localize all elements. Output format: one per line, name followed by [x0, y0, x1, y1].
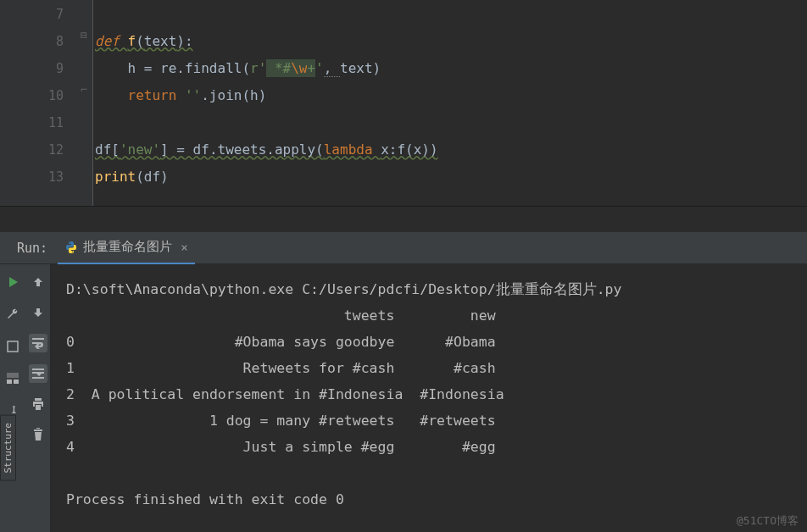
rerun-button[interactable] — [3, 273, 22, 291]
console-row: 4 Just a simple #egg #egg — [66, 434, 807, 460]
stop-button[interactable] — [3, 337, 22, 356]
console-output[interactable]: D:\soft\Anaconda\python.exe C:/Users/pdc… — [51, 264, 807, 532]
run-toolbar-right — [25, 264, 51, 532]
console-row: 3 1 dog = many #retweets #retweets — [66, 407, 807, 434]
up-arrow-icon[interactable] — [29, 273, 47, 291]
line-number-gutter: 7 8 9 10 11 12 13 — [0, 0, 81, 206]
watermark-text: @51CTO博客 — [737, 513, 799, 529]
console-row: 1 Retweets for #cash #cash — [66, 355, 807, 381]
print-icon[interactable] — [29, 395, 47, 413]
fold-column: ⊟ ⌐ — [81, 0, 93, 206]
console-exit: Process finished with exit code 0 — [66, 486, 807, 513]
svg-rect-1 — [7, 380, 12, 384]
run-tool-window-header: Run: 批量重命名图片 × — [0, 232, 807, 264]
code-editor[interactable]: 7 8 9 10 11 12 13 ⊟ ⌐ def f(text): h = r… — [0, 0, 807, 206]
layout-icon[interactable] — [3, 369, 22, 388]
console-command: D:\soft\Anaconda\python.exe C:/Users/pdc… — [66, 276, 807, 302]
svg-rect-3 — [7, 373, 19, 378]
run-tab-title: 批量重命名图片 — [83, 239, 172, 255]
fold-end-icon: ⌐ — [81, 83, 87, 96]
run-tab[interactable]: 批量重命名图片 × — [58, 232, 194, 264]
close-icon[interactable]: × — [181, 241, 187, 254]
svg-rect-0 — [8, 341, 18, 352]
code-content[interactable]: def f(text): h = re.findall(r' *#\w+', t… — [93, 0, 807, 206]
structure-tool-tab[interactable]: Structure — [0, 415, 16, 481]
trash-icon[interactable] — [29, 425, 47, 444]
scroll-to-end-icon[interactable] — [29, 364, 47, 383]
down-arrow-icon[interactable] — [29, 303, 47, 322]
console-header: tweets new — [66, 302, 807, 329]
run-label: Run: — [0, 241, 58, 256]
run-toolbar-left — [0, 264, 25, 532]
wrench-icon[interactable] — [3, 305, 22, 324]
console-row: 2 A political endorsement in #Indonesia … — [66, 381, 807, 407]
soft-wrap-icon[interactable] — [29, 334, 47, 352]
fold-marker-icon[interactable]: ⊟ — [81, 29, 87, 42]
run-tool-window: D:\soft\Anaconda\python.exe C:/Users/pdc… — [0, 264, 807, 532]
python-file-icon — [64, 241, 78, 254]
console-row: 0 #Obama says goodbye #Obama — [66, 329, 807, 355]
svg-rect-2 — [14, 380, 19, 384]
